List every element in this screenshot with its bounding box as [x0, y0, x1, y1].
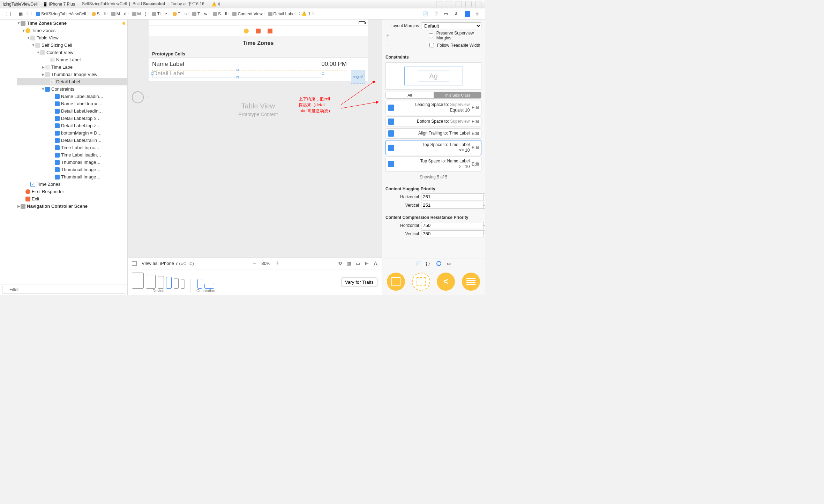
jump-bar-warning[interactable]: 〈 ⚠️ 1 〉: [296, 11, 316, 17]
resolve-icon[interactable]: ⋀: [374, 261, 377, 266]
update-frames-icon[interactable]: ⟲: [338, 261, 342, 266]
code-snippet-library-icon[interactable]: { }: [426, 261, 431, 266]
pin-icon[interactable]: ⊩: [365, 261, 369, 266]
view-as-label[interactable]: View as: iPhone 7 (wC hC): [142, 261, 194, 266]
cell-row[interactable]: Self Sizing Cell: [17, 41, 127, 49]
thumbnail-image-view[interactable]: nageV: [351, 70, 365, 84]
orientation-landscape[interactable]: [204, 284, 214, 289]
layout-margins-select[interactable]: Default: [421, 22, 481, 29]
constraint-item[interactable]: Time Label.leadin…: [17, 151, 127, 159]
device-iphone-7[interactable]: [166, 277, 172, 289]
constraint-item[interactable]: Detail Label.trailin…: [17, 137, 127, 144]
ccrp-vertical-input[interactable]: [421, 230, 483, 237]
panel-toggle-1[interactable]: [436, 1, 442, 7]
constraint-edit-button[interactable]: Edit: [472, 162, 479, 167]
constraint-row-selected[interactable]: Top Space to: Time Label>= 10 Edit: [385, 140, 481, 155]
add-variation-button[interactable]: +: [385, 43, 390, 48]
attributes-inspector-icon[interactable]: ⇩: [454, 11, 460, 17]
stepper-down[interactable]: ▼: [483, 226, 485, 229]
lib-view-controller-dashed[interactable]: [410, 271, 432, 292]
lib-table-view-controller[interactable]: [460, 271, 482, 292]
constraints-row[interactable]: Constraints: [17, 85, 127, 93]
device-iphone-plus[interactable]: [158, 276, 164, 289]
detail-label-row[interactable]: LDetail Label: [17, 78, 127, 85]
constraint-edit-button[interactable]: Edit: [472, 119, 479, 124]
time-label[interactable]: 00:00 PM: [321, 61, 347, 68]
size-inspector-icon[interactable]: [465, 11, 470, 17]
constraint-item[interactable]: Name Label.top = …: [17, 100, 127, 107]
back-arrow-icon[interactable]: 〈: [23, 11, 29, 17]
add-variation-button[interactable]: +: [385, 33, 390, 38]
stepper-up[interactable]: ▲: [483, 202, 485, 205]
constraint-edit-button[interactable]: Edit: [472, 145, 479, 150]
chp-horizontal-input[interactable]: [421, 193, 483, 200]
ccrp-horizontal-input[interactable]: [421, 222, 483, 229]
tab-this-size-class[interactable]: This Size Class: [434, 92, 481, 98]
panel-toggle-5[interactable]: [475, 1, 481, 7]
constraint-item[interactable]: Thumbnail Image…: [17, 159, 127, 166]
align-icon[interactable]: ▭: [356, 261, 360, 266]
tableview-row[interactable]: Table View: [17, 34, 127, 41]
device-iphone-se[interactable]: [174, 278, 179, 289]
panel-toggle-4[interactable]: [465, 1, 472, 7]
back-item-row[interactable]: <Time Zones: [17, 181, 127, 188]
device-iphone-4s[interactable]: [181, 280, 185, 289]
exit-row[interactable]: Exit: [17, 195, 127, 203]
constraint-item[interactable]: Thumbnail Image…: [17, 166, 127, 173]
detail-label-selected[interactable]: Detail Label: [152, 70, 323, 77]
contentview-row[interactable]: Content View: [17, 49, 127, 56]
connections-inspector-icon[interactable]: ➲: [475, 11, 481, 17]
stepper-down[interactable]: ▼: [483, 234, 485, 237]
device-ipad[interactable]: [146, 275, 156, 289]
scene-preview[interactable]: Time Zones Prototype Cells Name Label 00…: [149, 20, 368, 135]
resize-handle[interactable]: [237, 69, 239, 71]
constraint-item[interactable]: Detail Label.top ≥…: [17, 122, 127, 129]
forward-arrow-icon[interactable]: 〉: [30, 11, 35, 17]
label-row[interactable]: LName Label: [17, 56, 127, 63]
stepper-up[interactable]: ▲: [483, 222, 485, 226]
first-responder-row[interactable]: First Responder: [17, 188, 127, 195]
embed-icon[interactable]: ▥: [347, 261, 351, 266]
jump-bar[interactable]: ▦ 〈 〉 SelfSizingTableViewCell〉 S…ll〉 M…d…: [17, 11, 384, 17]
interface-builder-canvas[interactable]: ◯→ Time Zones Prototype Cells Name Label…: [128, 20, 382, 295]
scene-row[interactable]: Time Zones Scene: [17, 20, 127, 27]
resize-handle[interactable]: [322, 72, 324, 75]
file-template-library-icon[interactable]: 📄: [415, 261, 420, 266]
nav-scene-row[interactable]: Navigation Controller Scene: [17, 203, 127, 210]
build-warnings[interactable]: ⚠️ 4: [211, 2, 220, 7]
vary-for-traits-button[interactable]: Vary for Traits: [341, 277, 377, 287]
lib-navigation-controller[interactable]: <: [435, 271, 457, 292]
help-inspector-icon[interactable]: ❔: [433, 11, 439, 17]
chp-vertical-input[interactable]: [421, 202, 483, 209]
identity-inspector-icon[interactable]: ▭: [444, 11, 449, 17]
stepper-up[interactable]: ▲: [483, 230, 485, 234]
four-squares-icon[interactable]: ▦: [19, 12, 23, 16]
media-library-icon[interactable]: ▭: [447, 261, 452, 266]
scene-vc-icon[interactable]: [244, 29, 249, 33]
name-label[interactable]: Name Label: [152, 61, 184, 68]
follow-readable-checkbox[interactable]: [429, 43, 434, 47]
vc-row[interactable]: Time Zones: [17, 27, 127, 34]
imageview-row[interactable]: Thumbnail Image View: [17, 71, 127, 78]
panel-toggle-3[interactable]: [456, 1, 462, 7]
constraints-preview[interactable]: Ag: [385, 62, 481, 90]
preserve-superview-checkbox[interactable]: [429, 33, 433, 38]
tab-all[interactable]: All: [386, 92, 434, 98]
constraint-item[interactable]: Thumbnail Image…: [17, 173, 127, 181]
object-library-icon[interactable]: [436, 261, 441, 266]
constraint-item[interactable]: bottomMargin = D…: [17, 129, 127, 137]
constraint-row[interactable]: Leading Space to: SuperviewEquals: 10 Ed…: [385, 100, 481, 115]
resize-handle[interactable]: [151, 72, 153, 75]
device-ipad-large[interactable]: [132, 273, 144, 289]
constraint-row[interactable]: Bottom Space to: Superview Edit: [385, 116, 481, 127]
orientation-portrait[interactable]: [197, 279, 202, 289]
file-inspector-icon[interactable]: 📄: [423, 11, 428, 17]
zoom-in-button[interactable]: +: [275, 260, 279, 267]
panel-toggle-2[interactable]: [446, 1, 452, 7]
constraint-item[interactable]: Time Label.top =…: [17, 144, 127, 151]
label-row[interactable]: LTime Label: [17, 63, 127, 71]
constraint-item[interactable]: Name Label.leadin…: [17, 93, 127, 100]
editor-mode-icon[interactable]: [6, 12, 11, 16]
tab-scheme[interactable]: izingTableViewCell: [0, 1, 40, 7]
resize-handle[interactable]: [237, 76, 239, 78]
